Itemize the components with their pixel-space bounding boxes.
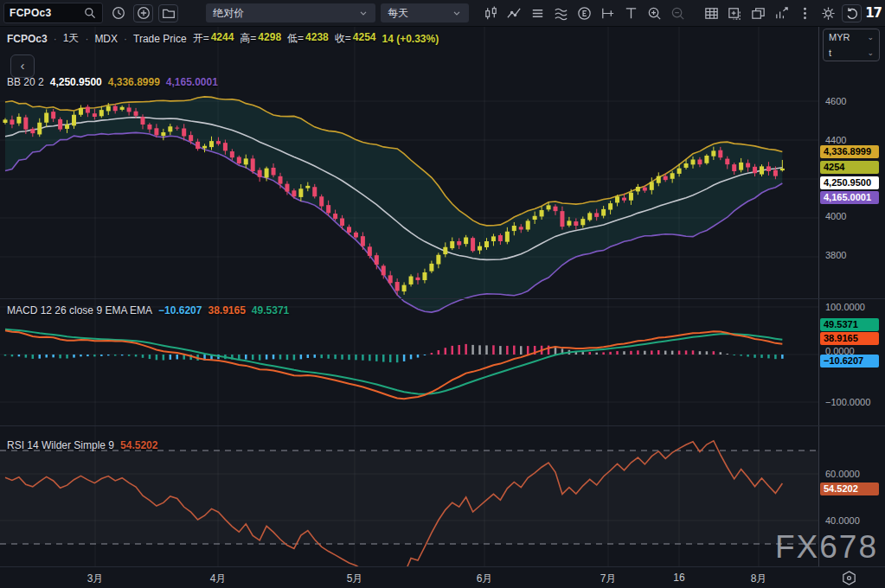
currency-value: MYR bbox=[829, 32, 850, 42]
economy-button[interactable] bbox=[574, 3, 594, 23]
hexagon-gear-icon[interactable] bbox=[840, 569, 858, 587]
legend-series-type: Trade Price bbox=[133, 33, 187, 45]
axis-tick: 4600 bbox=[825, 96, 846, 106]
macd-hist-value: −10.6207 bbox=[158, 304, 202, 316]
unit-dropdown[interactable]: t⌄ bbox=[824, 45, 879, 61]
alert-icon bbox=[600, 5, 616, 22]
last-value-label: 38.9165 bbox=[820, 332, 879, 345]
templates-button[interactable] bbox=[551, 3, 571, 23]
templates-icon bbox=[553, 5, 569, 22]
more-icon bbox=[797, 5, 813, 22]
symbol-search[interactable]: FCPOc3 bbox=[3, 3, 103, 23]
watermark: FX678 bbox=[775, 529, 878, 566]
rsi-legend: RSI 14 Wilder Simple 9 54.5202 bbox=[7, 439, 157, 451]
undo-icon bbox=[844, 5, 860, 21]
compare-icon bbox=[529, 5, 546, 22]
time-history-button[interactable] bbox=[108, 3, 128, 23]
legend-high: 高=4298 bbox=[240, 31, 281, 46]
axis-tick: 4400 bbox=[825, 135, 846, 145]
undo-button[interactable] bbox=[842, 4, 862, 22]
bb-upper-value: 4,336.8999 bbox=[108, 76, 160, 88]
chart-style-button[interactable] bbox=[481, 3, 501, 23]
settings-gear-icon bbox=[820, 5, 837, 22]
folder-icon bbox=[161, 5, 176, 21]
pane-divider-macd[interactable] bbox=[0, 298, 885, 299]
time-axis-label: 3月 bbox=[87, 572, 104, 586]
macd-line-value: 38.9165 bbox=[208, 304, 245, 316]
time-axis-label: 8月 bbox=[751, 572, 767, 586]
price-mode-dropdown[interactable]: 绝对价 bbox=[206, 3, 375, 22]
legend-exchange: MDX bbox=[94, 33, 118, 45]
windows-button[interactable] bbox=[748, 3, 768, 23]
axis-tick: 3800 bbox=[825, 250, 846, 260]
zoom-in-button[interactable] bbox=[645, 3, 664, 23]
bb-lower-value: 4,165.0001 bbox=[166, 76, 218, 88]
interval-dropdown[interactable]: 每天 bbox=[381, 3, 469, 22]
chevron-down-icon bbox=[452, 8, 462, 18]
axis-tick: 40.0000 bbox=[825, 515, 860, 526]
legend-low: 低=4238 bbox=[287, 31, 329, 46]
scale-settings-box: MYR⌄ t⌄ bbox=[823, 29, 880, 61]
symbol-info-legend: FCPOc3 · 1天 · MDX · Trade Price 开=4244 高… bbox=[7, 31, 439, 46]
text-icon bbox=[623, 5, 639, 22]
price-chart-canvas[interactable] bbox=[0, 26, 818, 566]
axis-tick: 60.0000 bbox=[825, 469, 860, 479]
price-axis[interactable]: MYR⌄ t⌄ 46004400400038004,336.899942544,… bbox=[819, 26, 885, 566]
indicators-icon bbox=[506, 5, 523, 22]
bb-legend: BB 20 2 4,250.9500 4,336.8999 4,165.0001 bbox=[7, 76, 218, 88]
legend-timeframe[interactable]: 1天 bbox=[63, 31, 80, 46]
interval-value: 每天 bbox=[388, 6, 408, 21]
plus-circle-icon bbox=[136, 5, 151, 21]
clock-icon bbox=[111, 5, 126, 21]
legend-close: 收=4254 bbox=[335, 31, 376, 46]
time-axis[interactable]: 3月4月5月6月7月168月 bbox=[0, 566, 885, 588]
charting-app: { "toolbar": { "symbol": "FCPOc3", "pric… bbox=[0, 0, 885, 588]
screenshot-button[interactable] bbox=[725, 3, 745, 23]
text-button[interactable] bbox=[621, 3, 641, 23]
pane-divider-rsi[interactable] bbox=[0, 425, 885, 426]
axis-tick: −100.0000 bbox=[825, 397, 870, 407]
rsi-value: 54.5202 bbox=[120, 439, 157, 451]
indicators-button[interactable] bbox=[504, 3, 524, 23]
last-value-label: 54.5202 bbox=[820, 483, 879, 495]
axis-tick: 4000 bbox=[825, 211, 846, 221]
more-button[interactable] bbox=[795, 3, 815, 23]
legend-change: 14 (+0.33%) bbox=[382, 33, 439, 45]
table-button[interactable] bbox=[702, 3, 721, 23]
time-axis-label: 5月 bbox=[347, 572, 363, 586]
time-axis-label: 6月 bbox=[477, 572, 493, 586]
bb-basis-value: 4,250.9500 bbox=[50, 76, 102, 88]
last-value-label: −10.6207 bbox=[820, 355, 879, 368]
price-mode-value: 绝对价 bbox=[213, 6, 244, 21]
bb-legend-title[interactable]: BB 20 2 bbox=[7, 76, 44, 88]
macd-legend-title[interactable]: MACD 12 26 close 9 EMA EMA bbox=[7, 304, 152, 316]
legend-symbol[interactable]: FCPOc3 bbox=[7, 33, 48, 45]
last-value-label: 4,336.8999 bbox=[820, 145, 879, 158]
table-icon bbox=[703, 5, 720, 22]
settings-button[interactable] bbox=[818, 3, 838, 23]
currency-dropdown[interactable]: MYR⌄ bbox=[824, 29, 879, 45]
toolbar-icon-strip: 17 bbox=[481, 3, 882, 23]
stats-button[interactable] bbox=[772, 3, 792, 23]
macd-signal-value: 49.5371 bbox=[252, 304, 289, 316]
tradingview-logo[interactable]: 17 bbox=[865, 5, 882, 21]
symbol-search-value: FCPOc3 bbox=[10, 7, 80, 19]
candlestick-icon bbox=[483, 5, 499, 22]
alert-button[interactable] bbox=[598, 3, 618, 23]
top-toolbar: FCPOc3 绝对价 每天 17 bbox=[0, 0, 885, 27]
last-value-label: 4254 bbox=[820, 161, 879, 174]
zoom-in-icon bbox=[646, 5, 663, 22]
compare-button[interactable] bbox=[528, 3, 548, 23]
zoom-out-icon bbox=[670, 5, 686, 22]
rsi-legend-title[interactable]: RSI 14 Wilder Simple 9 bbox=[7, 439, 114, 451]
macd-legend: MACD 12 26 close 9 EMA EMA −10.6207 38.9… bbox=[7, 304, 289, 316]
zoom-out-button[interactable] bbox=[668, 3, 688, 23]
folder-button[interactable] bbox=[158, 4, 178, 22]
last-value-label: 4,165.0001 bbox=[820, 191, 879, 204]
add-symbol-button[interactable] bbox=[133, 4, 153, 22]
scroll-left-button[interactable]: ‹ bbox=[10, 54, 35, 78]
stats-icon bbox=[773, 5, 790, 22]
time-axis-label: 4月 bbox=[210, 572, 227, 586]
axis-tick: 100.0000 bbox=[825, 302, 865, 312]
last-value-label: 49.5371 bbox=[820, 318, 879, 331]
